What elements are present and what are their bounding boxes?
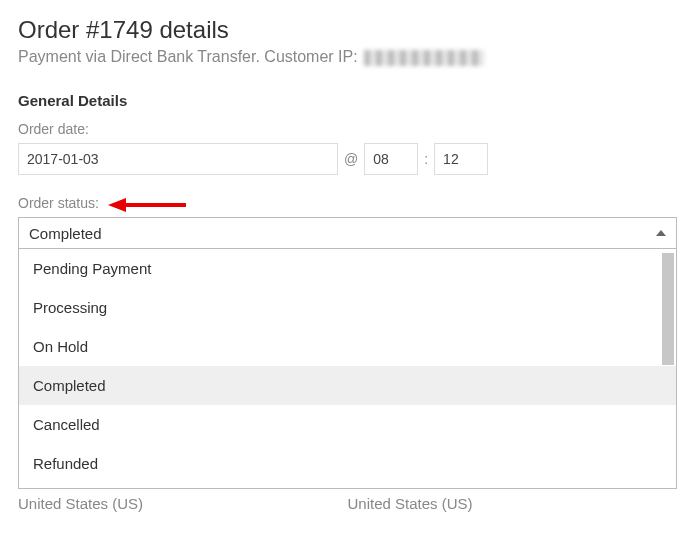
status-option[interactable]: On Hold [19, 327, 676, 366]
annotation-arrow-icon [108, 197, 188, 213]
footer-left: United States (US) [18, 495, 348, 512]
footer-right: United States (US) [348, 495, 678, 512]
order-status-selected: Completed [29, 225, 102, 242]
footer-row: United States (US) United States (US) [18, 495, 677, 512]
page-title: Order #1749 details [18, 16, 677, 44]
status-option[interactable]: Completed [19, 366, 676, 405]
order-minute-input[interactable] [434, 143, 488, 175]
svg-marker-1 [108, 198, 126, 212]
status-option[interactable]: Cancelled [19, 405, 676, 444]
order-date-row: @ : [18, 143, 677, 175]
order-status-select[interactable]: Completed [18, 217, 677, 249]
order-status-dropdown: Pending PaymentProcessingOn HoldComplete… [18, 249, 677, 489]
subtitle-text: Payment via Direct Bank Transfer. Custom… [18, 48, 362, 65]
colon-separator: : [424, 151, 428, 167]
at-separator: @ [344, 151, 358, 167]
scrollbar-track[interactable] [660, 249, 676, 488]
customer-ip-blurred [364, 50, 484, 66]
status-option[interactable]: Processing [19, 288, 676, 327]
status-option[interactable]: Refunded [19, 444, 676, 483]
caret-up-icon [656, 230, 666, 236]
order-status-label: Order status: [18, 195, 677, 211]
order-hour-input[interactable] [364, 143, 418, 175]
order-date-label: Order date: [18, 121, 677, 137]
scrollbar-thumb[interactable] [662, 253, 674, 365]
order-status-label-text: Order status: [18, 195, 99, 211]
general-details-heading: General Details [18, 92, 677, 109]
order-date-input[interactable] [18, 143, 338, 175]
status-option[interactable]: Pending Payment [19, 249, 676, 288]
payment-subtitle: Payment via Direct Bank Transfer. Custom… [18, 48, 677, 66]
status-option[interactable]: Failed [19, 483, 676, 488]
